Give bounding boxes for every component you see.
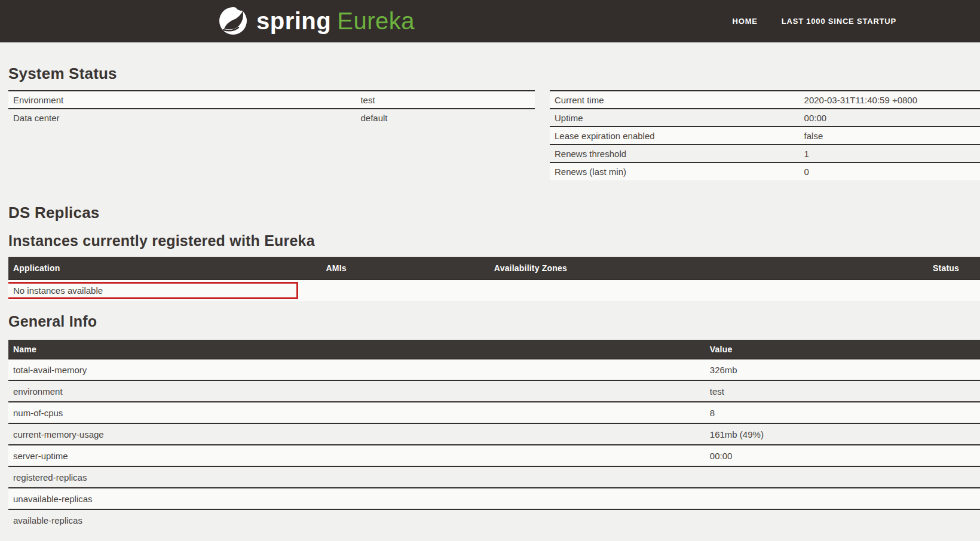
row-value (705, 509, 980, 531)
column-header-name: Name (8, 340, 705, 359)
table-row: current-memory-usage 161mb (49%) (8, 423, 980, 445)
no-instances-message: No instances available (13, 285, 103, 296)
row-value: false (800, 127, 980, 145)
table-row: unavailable-replicas (8, 488, 980, 509)
table-row: Renews (last min) 0 (550, 162, 980, 180)
spring-eureka-brand: springEureka (218, 6, 415, 36)
instances-table-header: Application AMIs Availability Zones Stat… (8, 257, 980, 279)
table-row: server-uptime 00:00 (8, 445, 980, 466)
table-row: registered-replicas (8, 466, 980, 488)
row-label: Lease expiration enabled (550, 127, 800, 145)
instances-heading: Instances currently registered with Eure… (8, 232, 980, 250)
row-value: 326mb (705, 359, 980, 380)
row-label: environment (8, 380, 705, 402)
brand-eureka-label: Eureka (337, 8, 415, 34)
row-label: total-avail-memory (8, 359, 705, 380)
system-status-tables: Environment test Data center default Cur… (8, 90, 980, 180)
row-label: Current time (550, 91, 800, 109)
column-header-amis: AMIs (321, 257, 489, 279)
row-label: Data center (8, 109, 356, 127)
system-status-heading: System Status (8, 64, 980, 83)
table-row: total-avail-memory 326mb (8, 359, 980, 380)
row-value: 8 (705, 402, 980, 423)
column-header-status: Status (776, 257, 980, 279)
table-row: Current time 2020-03-31T11:40:59 +0800 (550, 91, 980, 109)
environment-table: Environment test Data center default (8, 90, 535, 127)
row-label: Renews threshold (550, 145, 800, 162)
row-value: 0 (800, 162, 980, 180)
row-value: 00:00 (800, 109, 980, 127)
table-row: Environment test (8, 91, 535, 109)
brand-text: springEureka (256, 6, 415, 36)
spring-leaf-icon (218, 6, 248, 36)
general-info-table: Name Value total-avail-memory 326mb envi… (8, 340, 980, 531)
nav-link-home[interactable]: HOME (733, 17, 758, 26)
row-value: default (356, 109, 535, 127)
general-info-heading: General Info (8, 312, 980, 330)
top-navbar: springEureka HOME LAST 1000 SINCE STARTU… (0, 0, 980, 42)
row-label: registered-replicas (8, 466, 705, 488)
table-row: environment test (8, 380, 980, 402)
row-value (705, 488, 980, 509)
row-value: test (705, 380, 980, 402)
row-label: current-memory-usage (8, 423, 705, 445)
column-header-application: Application (8, 257, 321, 279)
row-label: Environment (8, 91, 356, 109)
no-instances-cell: No instances available (8, 279, 321, 301)
navbar-links: HOME LAST 1000 SINCE STARTUP (733, 0, 896, 42)
table-row: Uptime 00:00 (550, 109, 980, 127)
table-row: Renews threshold 1 (550, 145, 980, 162)
ds-replicas-heading: DS Replicas (8, 203, 980, 222)
row-label: num-of-cpus (8, 402, 705, 423)
general-info-header: Name Value (8, 340, 980, 359)
page-content: System Status Environment test Data cent… (0, 42, 980, 531)
column-header-availability-zones: Availability Zones (489, 257, 776, 279)
table-row: num-of-cpus 8 (8, 402, 980, 423)
table-row: Data center default (8, 109, 535, 127)
row-value (705, 466, 980, 488)
row-label: unavailable-replicas (8, 488, 705, 509)
runtime-status-table: Current time 2020-03-31T11:40:59 +0800 U… (550, 90, 980, 180)
row-label: Uptime (550, 109, 800, 127)
table-row: available-replicas (8, 509, 980, 531)
row-value: 2020-03-31T11:40:59 +0800 (800, 91, 980, 109)
row-value: test (356, 91, 535, 109)
no-instances-row: No instances available (8, 279, 980, 301)
row-label: server-uptime (8, 445, 705, 466)
column-header-value: Value (705, 340, 980, 359)
row-label: available-replicas (8, 509, 705, 531)
row-label: Renews (last min) (550, 162, 800, 180)
nav-link-last-1000[interactable]: LAST 1000 SINCE STARTUP (782, 17, 896, 26)
table-row: Lease expiration enabled false (550, 127, 980, 145)
row-value: 1 (800, 145, 980, 162)
instances-table: Application AMIs Availability Zones Stat… (8, 257, 980, 301)
row-value: 161mb (49%) (705, 423, 980, 445)
brand-spring-label: spring (256, 8, 331, 34)
row-value: 00:00 (705, 445, 980, 466)
